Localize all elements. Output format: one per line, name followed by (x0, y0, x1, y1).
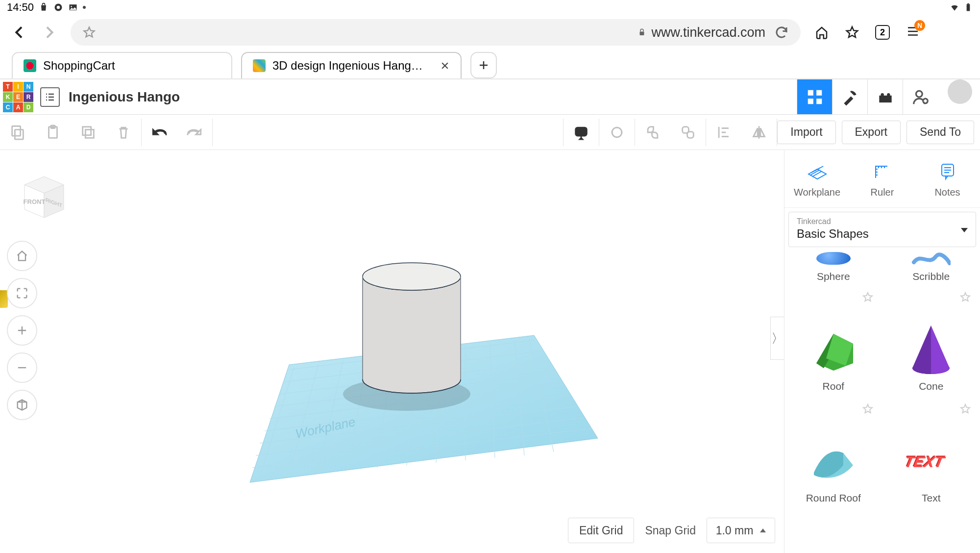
import-button[interactable]: Import (777, 121, 835, 144)
document-title[interactable]: Ingenious Hango (69, 89, 180, 105)
tab-count-value: 2 (880, 27, 885, 38)
browser-toolbar: www.tinkercad.com 2 N (0, 15, 980, 50)
tab-title: 3D design Ingenious Hang… (272, 59, 423, 73)
svg-point-24 (612, 127, 622, 137)
svg-point-12 (881, 93, 883, 96)
export-button[interactable]: Export (842, 121, 901, 144)
snap-grid-value: 1.0 mm (716, 524, 754, 537)
shape-library-select[interactable]: Tinkercad Basic Shapes (788, 212, 976, 247)
notes-icon (936, 159, 959, 183)
caret-up-icon (760, 528, 766, 532)
duplicate-button[interactable] (71, 115, 106, 150)
shape-roof[interactable]: Roof (784, 288, 882, 400)
tab-title: ShoppingCart (43, 59, 115, 73)
wifi-icon (950, 2, 959, 12)
shape-label: Text (922, 492, 941, 504)
workspace-bricks-button[interactable] (867, 79, 903, 114)
perspective-button[interactable] (7, 390, 37, 420)
app-header: TINKERCAD Ingenious Hango (0, 79, 980, 115)
edit-grid-button[interactable]: Edit Grid (568, 518, 634, 543)
favorite-icon[interactable] (862, 403, 874, 415)
svg-rect-21 (85, 129, 94, 138)
svg-text:TEXT: TEXT (904, 453, 947, 471)
shape-label: Sphere (817, 271, 850, 282)
favorite-icon[interactable] (862, 291, 874, 303)
align-button[interactable] (706, 115, 741, 150)
document-list-button[interactable] (40, 87, 60, 107)
new-tab-button[interactable] (470, 52, 497, 78)
list-icon (44, 91, 56, 103)
send-to-button[interactable]: Send To (906, 121, 974, 144)
tinkercad-logo[interactable]: TINKERCAD (3, 82, 33, 112)
shape-label: Round Roof (806, 492, 861, 504)
forward-button[interactable] (41, 25, 57, 40)
group-button[interactable] (635, 115, 670, 150)
workspace-blocks-button[interactable] (832, 79, 867, 114)
ungroup-button[interactable] (670, 115, 706, 150)
person-add-icon (911, 88, 930, 106)
more-icon (83, 6, 86, 9)
svg-point-1 (57, 6, 60, 9)
collapse-panel-button[interactable]: 〉 (770, 317, 784, 360)
home-view-button[interactable] (7, 241, 37, 271)
browser-tab-shoppingcart[interactable]: ShoppingCart (12, 52, 232, 78)
zoom-out-button[interactable] (7, 352, 37, 383)
notification-badge: N (914, 20, 925, 31)
svg-rect-11 (879, 95, 891, 102)
svg-rect-9 (808, 99, 813, 104)
tabs-button[interactable]: 2 (875, 25, 890, 40)
lock-icon (637, 28, 646, 37)
snap-grid-label: Snap Grid (645, 524, 696, 537)
undo-button[interactable] (142, 115, 177, 150)
ruler-tool-label: Ruler (871, 187, 894, 198)
shape-scribble[interactable]: Scribble (882, 249, 980, 288)
close-tab-icon[interactable] (440, 61, 450, 71)
url-bar[interactable]: www.tinkercad.com (71, 19, 801, 46)
svg-rect-10 (816, 99, 822, 104)
view-controls (7, 241, 37, 420)
browser-tab-strip: ShoppingCart 3D design Ingenious Hang… (0, 50, 980, 79)
delete-button[interactable] (106, 115, 141, 150)
mirror-button[interactable] (741, 115, 777, 150)
ruler-tool[interactable]: Ruler (850, 150, 915, 207)
clock: 14:50 (7, 1, 34, 14)
redo-button[interactable] (177, 115, 212, 150)
browser-tab-tinkercad[interactable]: 3D design Ingenious Hang… (241, 52, 462, 78)
svg-rect-26 (687, 131, 694, 138)
notes-tool[interactable]: Notes (915, 150, 980, 207)
shape-panel: Workplane Ruler Notes Tinkercad Basic Sh… (784, 150, 980, 553)
fit-view-button[interactable] (7, 278, 37, 308)
workplane-icon (806, 159, 829, 183)
visibility-button[interactable] (564, 115, 599, 150)
invite-button[interactable] (903, 79, 938, 114)
workplane-tool[interactable]: Workplane (784, 150, 850, 207)
back-button[interactable] (12, 25, 27, 40)
paste-button[interactable] (35, 115, 71, 150)
svg-rect-7 (808, 90, 813, 95)
home-icon[interactable] (814, 25, 829, 40)
workspace-3d-button[interactable] (797, 79, 832, 114)
favorite-icon[interactable] (959, 291, 971, 303)
svg-rect-17 (12, 126, 21, 136)
reload-icon[interactable] (774, 25, 789, 40)
3d-canvas[interactable]: FRONT RIGHT Workplane (0, 150, 784, 553)
shape-round-roof[interactable]: Round Roof (784, 400, 882, 512)
shape-cone[interactable]: Cone (882, 288, 980, 400)
grid-icon (806, 88, 824, 106)
svg-rect-20 (83, 126, 91, 135)
caret-down-icon (961, 228, 968, 232)
svg-rect-5 (967, 3, 969, 4)
favorite-icon[interactable] (959, 403, 971, 415)
shape-text[interactable]: TEXTTEXT Text (882, 400, 980, 512)
bookmark-icon[interactable] (845, 25, 859, 40)
viewcube-front-label: FRONT (24, 198, 46, 205)
copy-button[interactable] (0, 115, 35, 150)
shape-sphere[interactable]: Sphere (784, 249, 882, 288)
bookmark-star-icon[interactable] (82, 25, 96, 39)
zoom-in-button[interactable] (7, 315, 37, 346)
browser-menu-button[interactable]: N (906, 24, 920, 41)
show-all-button[interactable] (599, 115, 635, 150)
snap-grid-select[interactable]: 1.0 mm (707, 518, 775, 543)
viewcube[interactable]: FRONT RIGHT (15, 168, 74, 226)
user-avatar[interactable] (948, 79, 972, 104)
